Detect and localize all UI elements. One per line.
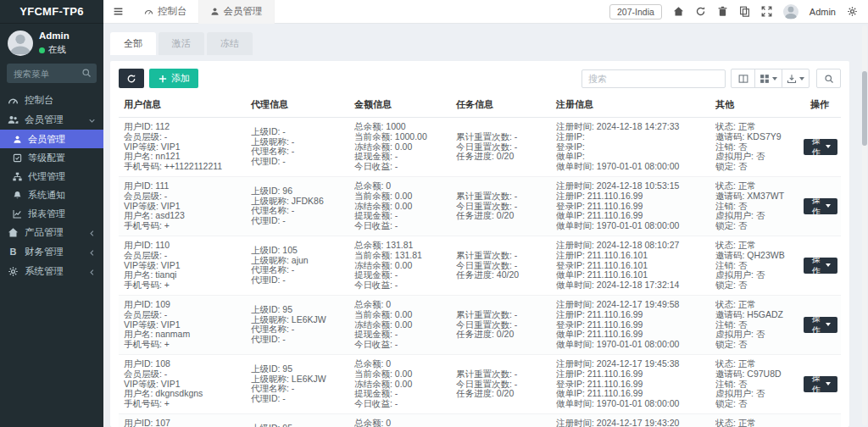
cell-line: 今日重置次数: -	[456, 142, 548, 152]
row-action-button[interactable]: 操作	[804, 139, 837, 155]
topbar-user-name[interactable]: Admin	[810, 7, 836, 17]
sidebar-subitem-reports[interactable]: 报表管理	[0, 204, 103, 223]
user-icon	[210, 7, 220, 16]
cell-line: 冻结余额: 0.00	[354, 320, 448, 330]
cell-line: 做单时间: 1970-01-01 08:00:00	[556, 340, 707, 350]
navbar-tab-members[interactable]: 会员管理	[199, 0, 275, 24]
table-cell-user: 用户ID: 111会员层级: -VIP等级: VIP1用户名: asd123手机…	[119, 181, 246, 231]
cell-line: 当前余额: 0.00	[354, 191, 448, 202]
grid-dropdown-button[interactable]	[754, 69, 782, 88]
trash-icon[interactable]	[717, 6, 728, 17]
cell-line: 冻结余额: 0.00	[354, 142, 448, 152]
tab-activated[interactable]: 激活	[159, 32, 204, 55]
table-cell-money: 总余额: 0当前余额: 0.00冻结余额: 0.00提现金额: -今日收益: -	[349, 419, 451, 427]
cell-line: 邀请码: QH23WB	[715, 251, 795, 261]
cell-line: 锁定: 否	[715, 162, 795, 172]
cell-line: 手机号码: +	[124, 221, 242, 231]
search-icon	[824, 74, 834, 84]
cell-line: 上级ID: 95	[251, 364, 346, 374]
page-content: 全部 激活 冻结 添加	[103, 24, 868, 427]
home-icon[interactable]	[673, 6, 684, 17]
chevron-left-icon	[88, 268, 96, 275]
sidebar-item-members-parent[interactable]: 会员管理	[0, 110, 103, 130]
row-action-button[interactable]: 操作	[804, 258, 837, 274]
table-cell-agent: 上级ID: 96上级昵称: JFDK86代理名称: -代理ID: -	[246, 181, 349, 231]
toggle-columns-button[interactable]	[731, 69, 755, 88]
cell-line: 上级ID: 105	[251, 246, 346, 256]
refresh-icon[interactable]	[695, 6, 706, 17]
cogs-icon[interactable]	[847, 6, 858, 17]
cell-line: 上级昵称: JFDK86	[251, 197, 346, 207]
cell-line: 做单时间: 1970-01-01 08:00:00	[556, 162, 707, 172]
cell-line: 做单IP: 211.110.16.99	[556, 389, 707, 399]
sidebar-subitem-members[interactable]: 会员管理	[0, 130, 103, 148]
cell-line: 注销: 否	[715, 142, 795, 152]
sidebar-item-system[interactable]: 系统管理	[0, 262, 103, 281]
table-cell-task: 累计重置次数: -今日重置次数: -任务进度: 0/20	[451, 359, 551, 409]
cell-line: 上级昵称: ajun	[251, 256, 346, 266]
cell-line: 注册时间: 2024-12-18 14:27:33	[556, 122, 707, 132]
caret-down-icon	[826, 382, 831, 385]
cell-line: 代理名称: -	[251, 324, 346, 335]
sidebar-item-label: 产品管理	[25, 226, 82, 239]
table-search-input[interactable]	[581, 69, 726, 88]
sidebar-item-dashboard[interactable]: 控制台	[0, 91, 103, 110]
table-cell-task: 累计重置次数: -今日重置次数: -任务进度: 0/20	[451, 122, 551, 172]
row-action-button[interactable]: 操作	[804, 198, 837, 214]
cell-line: 代理名称: -	[251, 206, 346, 216]
table-cell-user: 用户ID: 109会员层级: -VIP等级: VIP1用户名: nanmam手机…	[119, 300, 246, 350]
caret-down-icon	[826, 263, 831, 267]
scrollbar-thumb[interactable]	[862, 71, 867, 146]
cell-line: 注册IP: 211.110.16.101	[556, 251, 707, 261]
tab-frozen[interactable]: 冻结	[207, 32, 253, 55]
sidebar-subitem-agents[interactable]: 代理管理	[0, 167, 103, 186]
cell-line: 任务进度: 0/20	[456, 211, 548, 221]
cell-line: 锁定: 否	[715, 280, 795, 291]
refresh-button[interactable]	[119, 69, 144, 88]
copy-icon[interactable]	[739, 6, 750, 17]
table-row: 用户ID: 108会员层级: -VIP等级: VIP1用户名: dkgnsdkg…	[119, 355, 841, 414]
cell-line: 注册IP:	[556, 132, 707, 142]
avatar[interactable]	[783, 4, 798, 19]
cell-line: 代理ID: -	[251, 394, 346, 404]
cell-line: 代理名称: -	[251, 147, 346, 157]
cell-line: 做单IP: 211.110.16.99	[556, 330, 707, 340]
cell-line: 用户名: tianqi	[124, 270, 242, 280]
cell-line: 当前余额: 0.00	[354, 369, 448, 380]
row-action-button[interactable]: 操作	[804, 317, 837, 333]
sidebar: YFCMF-TP6 Admin 在线	[0, 0, 103, 427]
sidebar-subitem-grade-config[interactable]: 等级配置	[0, 148, 103, 167]
menu-toggle-icon[interactable]	[103, 6, 133, 17]
cell-line: VIP等级: VIP1	[124, 261, 242, 271]
avatar	[8, 30, 33, 56]
add-button-label: 添加	[171, 72, 190, 85]
cell-line: 总余额: 0	[354, 359, 448, 369]
table-cell-reg: 注册时间: 2024-12-17 19:45:38注册IP: 211.110.1…	[551, 359, 710, 409]
scrollbar[interactable]	[862, 25, 867, 425]
sidebar-subitem-notices[interactable]: 系统通知	[0, 186, 103, 204]
cell-line: 代理ID: -	[251, 335, 346, 345]
cell-line: 状态: 正常	[715, 122, 795, 132]
cell-line: 注册IP: 211.110.16.99	[556, 310, 707, 320]
row-action-button[interactable]: 操作	[804, 376, 837, 392]
export-dropdown-button[interactable]	[782, 69, 810, 88]
cell-line: 用户ID: 110	[124, 241, 242, 251]
cell-line: 注册IP: 211.110.16.99	[556, 369, 707, 380]
navbar-tab-console[interactable]: 控制台	[133, 0, 199, 24]
tab-all[interactable]: 全部	[110, 32, 156, 55]
column-header: 其他	[710, 98, 798, 111]
sidebar-item-label: 系统通知	[28, 189, 96, 202]
cell-line: 虚拟用户: 否	[715, 389, 795, 399]
add-button[interactable]: 添加	[149, 69, 198, 88]
search-icon[interactable]	[81, 68, 92, 78]
search-button[interactable]	[816, 69, 841, 88]
sidebar-item-finance[interactable]: B 财务管理	[0, 242, 103, 262]
cell-line: 锁定: 否	[715, 340, 795, 350]
env-button[interactable]: 207-India	[609, 4, 662, 19]
table-cell-agent: 上级ID: 95上级昵称: LE6KJW代理名称: -代理ID: -	[246, 300, 349, 350]
sidebar-item-products[interactable]: 产品管理	[0, 223, 103, 242]
table-cell-agent: 上级ID: 105上级昵称: ajun代理名称: -代理ID: -	[246, 241, 349, 291]
fullscreen-icon[interactable]	[761, 6, 772, 17]
cell-line: VIP等级: VIP1	[124, 142, 242, 152]
table-cell-task: 累计重置次数: -今日重置次数: -任务进度: 0/20	[451, 181, 551, 231]
